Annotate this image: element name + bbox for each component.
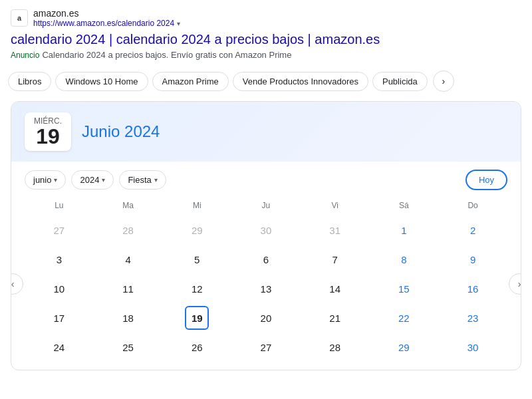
- date-box: miérc. 19: [25, 112, 71, 151]
- calendar-day[interactable]: 17: [25, 303, 94, 332]
- filter-dropdown-arrow: ▾: [154, 176, 158, 184]
- calendar-day[interactable]: 20: [231, 303, 301, 332]
- filter-chips-bar: LibrosWindows 10 HomeAmazon PrimeVende P…: [0, 66, 532, 96]
- year-dropdown-arrow: ▾: [102, 176, 105, 184]
- site-url-row: https://www.amazon.es/calendario 2024 ▾: [33, 19, 180, 28]
- calendar-day[interactable]: 5: [162, 245, 231, 274]
- calendar-day[interactable]: 29: [370, 332, 439, 362]
- calendar-day[interactable]: 4: [94, 245, 163, 274]
- calendar-row-0: 272829303112: [25, 215, 507, 245]
- col-header-sá: Sá: [370, 198, 439, 215]
- chips-nav-arrow[interactable]: ›: [433, 70, 454, 92]
- calendar-day[interactable]: 21: [301, 303, 370, 332]
- col-header-mi: Mi: [162, 198, 231, 215]
- calendar-day[interactable]: 30: [231, 215, 301, 245]
- amazon-favicon: a: [11, 9, 28, 27]
- calendar-day[interactable]: 29: [162, 215, 231, 245]
- calendar-day[interactable]: 10: [25, 274, 94, 303]
- calendar-body: ‹ LuMaMiJuViSáDo 27282930311234567891011…: [11, 198, 521, 370]
- site-url: https://www.amazon.es/calendario 2024: [33, 19, 174, 28]
- calendar-day[interactable]: 24: [25, 332, 94, 362]
- col-header-vi: Vi: [301, 198, 370, 215]
- calendar-header-row: LuMaMiJuViSáDo: [25, 198, 507, 215]
- calendar-day[interactable]: 13: [231, 274, 301, 303]
- calendar-day[interactable]: 14: [301, 274, 370, 303]
- filter-chip-4[interactable]: Publicida: [372, 72, 428, 91]
- result-title[interactable]: calendario 2024 | calendario 2024 a prec…: [11, 31, 521, 48]
- calendar-day[interactable]: 27: [25, 215, 94, 245]
- month-year-title: Junio 2024: [82, 122, 160, 141]
- calendar-day[interactable]: 2: [438, 215, 507, 245]
- today-button[interactable]: Hoy: [466, 170, 507, 190]
- calendar-row-4: 24252627282930: [25, 332, 507, 362]
- filter-dropdown[interactable]: Fiesta ▾: [119, 170, 166, 190]
- site-info: a amazon.es https://www.amazon.es/calend…: [11, 8, 521, 28]
- calendar-day[interactable]: 30: [438, 332, 507, 362]
- calendar-day[interactable]: 6: [231, 245, 301, 274]
- calendar-day[interactable]: 9: [438, 245, 507, 274]
- year-dropdown[interactable]: 2024 ▾: [71, 170, 114, 190]
- calendar-day[interactable]: 19: [162, 303, 231, 332]
- calendar-day[interactable]: 16: [438, 274, 507, 303]
- calendar-prev-button[interactable]: ‹: [11, 273, 23, 295]
- site-name: amazon.es: [33, 8, 180, 19]
- result-description: AnuncioCalendario 2024 a precios bajos. …: [11, 49, 521, 61]
- calendar-row-1: 3456789: [25, 245, 507, 274]
- col-header-ju: Ju: [231, 198, 301, 215]
- month-dropdown[interactable]: junio ▾: [25, 170, 66, 190]
- calendar-day[interactable]: 28: [301, 332, 370, 362]
- calendar-day[interactable]: 23: [438, 303, 507, 332]
- filter-chip-2[interactable]: Amazon Prime: [152, 72, 229, 91]
- filter-chip-3[interactable]: Vende Productos Innovadores: [233, 72, 368, 91]
- anuncio-badge: Anuncio: [11, 51, 39, 60]
- calendar-day[interactable]: 15: [370, 274, 439, 303]
- filter-chip-1[interactable]: Windows 10 Home: [55, 72, 148, 91]
- calendar-day[interactable]: 11: [94, 274, 163, 303]
- col-header-lu: Lu: [25, 198, 94, 215]
- calendar-day[interactable]: 8: [370, 245, 439, 274]
- url-dropdown-arrow[interactable]: ▾: [177, 20, 180, 27]
- calendar-day[interactable]: 18: [94, 303, 163, 332]
- calendar-grid: LuMaMiJuViSáDo 2728293031123456789101112…: [25, 198, 507, 362]
- calendar-day[interactable]: 22: [370, 303, 439, 332]
- col-header-ma: Ma: [94, 198, 163, 215]
- calendar-controls: junio ▾ 2024 ▾ Fiesta ▾ Hoy: [11, 162, 521, 198]
- calendar-day[interactable]: 25: [94, 332, 163, 362]
- calendar-row-2: 10111213141516: [25, 274, 507, 303]
- calendar-day[interactable]: 31: [301, 215, 370, 245]
- calendar-day[interactable]: 12: [162, 274, 231, 303]
- calendar-day[interactable]: 27: [231, 332, 301, 362]
- calendar-day[interactable]: 7: [301, 245, 370, 274]
- calendar-row-3: 17181920212223: [25, 303, 507, 332]
- calendar-header: miérc. 19 Junio 2024: [11, 102, 521, 162]
- calendar-day[interactable]: 26: [162, 332, 231, 362]
- search-result-block: a amazon.es https://www.amazon.es/calend…: [0, 0, 532, 66]
- day-number: 19: [36, 126, 60, 147]
- calendar-day[interactable]: 28: [94, 215, 163, 245]
- site-name-group: amazon.es https://www.amazon.es/calendar…: [33, 8, 180, 28]
- calendar-next-button[interactable]: ›: [509, 273, 521, 295]
- filter-chip-0[interactable]: Libros: [8, 72, 51, 91]
- calendar-widget: miérc. 19 Junio 2024 junio ▾ 2024 ▾ Fies…: [11, 101, 521, 370]
- calendar-day[interactable]: 1: [370, 215, 439, 245]
- month-dropdown-arrow: ▾: [54, 176, 57, 184]
- calendar-day[interactable]: 3: [25, 245, 94, 274]
- description-text: Calendario 2024 a precios bajos. Envío g…: [42, 50, 291, 60]
- col-header-do: Do: [438, 198, 507, 215]
